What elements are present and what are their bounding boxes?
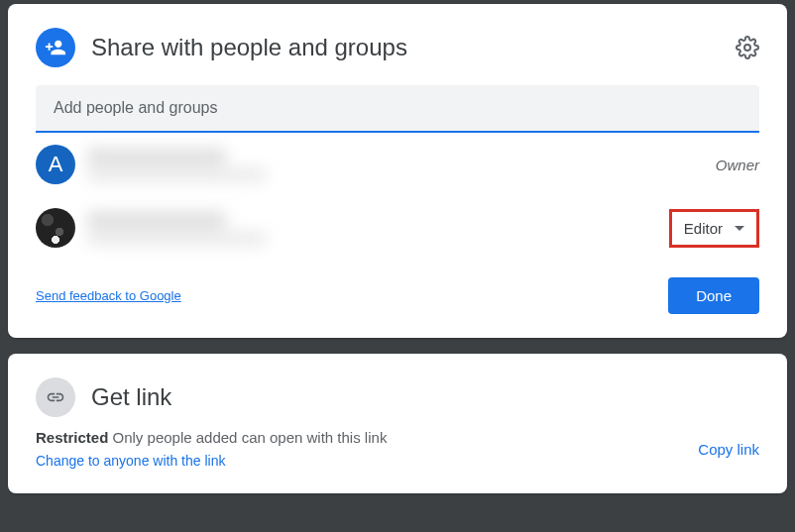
restricted-text: Only people added can open with this lin… bbox=[108, 429, 387, 446]
restricted-label: Restricted bbox=[36, 429, 108, 446]
person-add-icon bbox=[36, 28, 75, 67]
chevron-down-icon bbox=[735, 226, 744, 231]
link-icon bbox=[36, 377, 75, 417]
change-access-link[interactable]: Change to anyone with the link bbox=[36, 453, 225, 469]
person-info bbox=[87, 149, 716, 181]
link-info: Restricted Only people added can open wi… bbox=[36, 429, 698, 470]
share-footer: Send feedback to Google Done bbox=[36, 277, 759, 314]
settings-icon[interactable] bbox=[736, 36, 759, 59]
owner-label: Owner bbox=[716, 157, 759, 173]
role-dropdown[interactable]: Editor bbox=[669, 209, 759, 248]
avatar bbox=[36, 208, 75, 248]
person-row-owner: A Owner bbox=[36, 133, 759, 196]
avatar: A bbox=[36, 145, 75, 184]
person-row-editor: Editor bbox=[36, 196, 759, 260]
done-button[interactable]: Done bbox=[668, 277, 759, 314]
role-label: Editor bbox=[684, 220, 723, 237]
link-section: Restricted Only people added can open wi… bbox=[36, 429, 759, 470]
share-dialog: Share with people and groups A Owner Edi… bbox=[8, 4, 787, 338]
share-header: Share with people and groups bbox=[36, 28, 759, 67]
svg-point-0 bbox=[744, 45, 750, 51]
get-link-card: Get link Restricted Only people added ca… bbox=[8, 354, 787, 493]
feedback-link[interactable]: Send feedback to Google bbox=[36, 288, 181, 303]
person-info bbox=[87, 212, 669, 245]
share-title: Share with people and groups bbox=[91, 34, 736, 61]
restricted-line: Restricted Only people added can open wi… bbox=[36, 429, 698, 446]
add-people-input[interactable] bbox=[36, 85, 759, 133]
getlink-header: Get link bbox=[36, 377, 759, 417]
copy-link-button[interactable]: Copy link bbox=[698, 441, 759, 458]
getlink-title: Get link bbox=[91, 383, 759, 411]
